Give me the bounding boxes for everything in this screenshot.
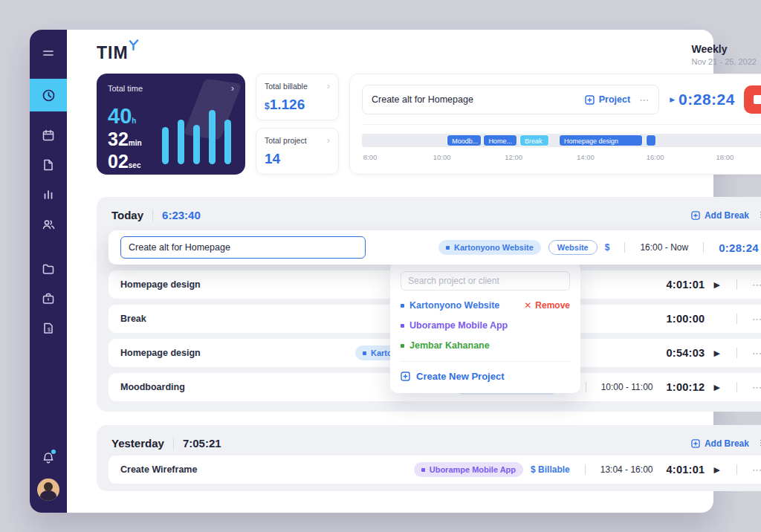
project-pill[interactable]: Uborampe Mobile App (414, 462, 523, 477)
time-bar (178, 120, 184, 164)
close-icon: ✕ (524, 300, 531, 311)
sidebar-item-invoices[interactable]: $ (30, 314, 67, 343)
invoice-icon: $ (42, 322, 55, 335)
time-range: 16:00 - Now (640, 242, 688, 253)
chevron-right-icon[interactable]: › (327, 81, 330, 91)
sidebar-item-calendar[interactable] (30, 120, 67, 150)
timeline-segment[interactable]: Moodb... (447, 134, 481, 146)
total-project-title: Total project (265, 136, 307, 145)
yesterday-total-time: 7:05:21 (183, 437, 221, 450)
project-option[interactable]: Jembar Kahanane (401, 340, 570, 351)
timer-task-text[interactable]: Create alt for Homepage (372, 94, 585, 105)
sidebar-item-reports[interactable] (30, 180, 67, 210)
briefcase-icon (42, 292, 55, 305)
divider (152, 210, 153, 221)
total-project-value: 14 (265, 151, 330, 167)
more-button[interactable]: ⋯ (752, 279, 761, 291)
chevron-right-icon[interactable]: › (327, 135, 330, 145)
menu-icon[interactable] (30, 39, 67, 68)
sidebar-item-documents[interactable] (30, 150, 67, 180)
entry-duration: 4:01:01 (660, 279, 705, 291)
timeline-tick-label: 16:00 (647, 153, 664, 161)
timeline-tick-label: 12:00 (505, 153, 522, 161)
today-section: Today 6:23:40 Add Break Kartonyono (97, 197, 761, 412)
total-billable-title: Total billable (265, 82, 308, 91)
stop-icon (754, 95, 761, 104)
entry-duration: 1:00:00 (660, 313, 705, 325)
more-button[interactable]: ⋯ (752, 314, 761, 325)
sidebar-item-notifications[interactable] (30, 443, 67, 473)
play-button[interactable]: ▶ (712, 465, 721, 475)
divider (362, 124, 761, 125)
timer-card: Create alt for Homepage Project ⋯ ▶ 0:28… (349, 74, 761, 175)
timeline-segment[interactable]: Home... (483, 134, 516, 146)
sidebar-item-timer[interactable] (30, 79, 67, 111)
active-entry-row: Kartonyono Website Website $ 16:00 - Now… (109, 230, 761, 265)
timeline-tick-label: 18:00 (716, 153, 734, 161)
sidebar-item-team[interactable] (30, 210, 67, 239)
more-button[interactable]: ⋯ (752, 382, 761, 393)
timeline-segment[interactable]: Homepage design (559, 134, 643, 146)
total-billable-card[interactable]: Total billable › $1.126 (256, 74, 339, 120)
billable-toggle[interactable]: $ (605, 242, 610, 253)
project-option[interactable]: Kartonyono Website ✕Remove (401, 300, 570, 311)
time-bar (162, 127, 169, 164)
project-search-input[interactable] (401, 271, 570, 291)
tag-pill[interactable]: Website (548, 240, 598, 255)
timer-elapsed: 0:28:24 (679, 91, 735, 108)
notification-dot (51, 450, 56, 454)
total-time-value: 40h 32min 02sec (108, 103, 162, 172)
stop-button[interactable] (744, 85, 761, 114)
create-new-project-button[interactable]: Create New Project (401, 371, 570, 382)
time-range: 13:04 - 16:00 (600, 464, 653, 475)
timeline-segment[interactable] (646, 134, 656, 146)
project-option[interactable]: Uborampe Mobile App (401, 320, 570, 331)
time-range: 10:00 - 11:00 (601, 382, 653, 392)
entry-elapsed: 0:28:24 (719, 241, 759, 254)
more-button[interactable]: ⋯ (752, 348, 761, 359)
timeline-tick-label: 10:00 (433, 153, 451, 161)
app-window: $ TIM Weekly Nov 21 - 25, 2022 (30, 30, 713, 513)
user-avatar[interactable] (37, 479, 59, 501)
logo-text: TIM (97, 43, 129, 63)
divider (173, 438, 174, 450)
app-logo[interactable]: TIM (97, 43, 140, 63)
play-button[interactable]: ▶ (712, 383, 721, 392)
period-range: Nov 21 - 25, 2022 (692, 57, 757, 66)
logo-mark-icon (127, 39, 140, 54)
total-time-title: Total time (108, 84, 143, 93)
time-bar (193, 125, 200, 164)
more-button[interactable]: ⋯ (639, 94, 650, 106)
project-button[interactable]: Project (585, 94, 630, 105)
add-break-button[interactable]: Add Break (691, 210, 749, 221)
chart-icon (42, 188, 55, 201)
add-break-button[interactable]: Add Break (691, 438, 749, 449)
project-pill[interactable]: Kartonyono Website (438, 240, 541, 255)
folder-icon (42, 262, 55, 276)
total-project-card[interactable]: Total project › 14 (256, 128, 339, 175)
sidebar-item-projects[interactable] (30, 254, 67, 284)
timeline-segment[interactable]: Break (519, 134, 549, 146)
play-button[interactable]: ▶ (712, 280, 721, 290)
play-button[interactable]: ▶ (712, 348, 721, 358)
day-timeline[interactable]: Moodb...Home...BreakHomepage design (362, 134, 761, 147)
total-time-card[interactable]: Total time › 40h 32min 02sec (97, 74, 245, 175)
remove-project-button[interactable]: ✕Remove (524, 300, 570, 311)
timer-task-box[interactable]: Create alt for Homepage Project ⋯ (362, 85, 659, 114)
entry-duration: 4:01:01 (660, 464, 705, 476)
task-name-input[interactable] (120, 236, 366, 259)
today-total-time: 6:23:40 (162, 209, 201, 221)
clock-icon (42, 88, 56, 103)
timeline-tick-label: 8:00 (363, 153, 378, 161)
more-button[interactable]: ⋯ (752, 464, 761, 476)
divider (401, 361, 570, 362)
period-selector[interactable]: Weekly Nov 21 - 25, 2022 (692, 43, 761, 66)
sidebar-item-clients[interactable] (30, 284, 67, 314)
sidebar: $ (30, 30, 67, 513)
time-entry-row[interactable]: Create Wireframe Uborampe Mobile App $ B… (109, 455, 761, 484)
billable-toggle[interactable]: $ Billable (531, 464, 570, 475)
time-bar (224, 120, 231, 164)
entry-duration: 0:54:03 (660, 347, 705, 359)
time-bar (209, 110, 216, 164)
yesterday-section: Yesterday 7:05:21 Add Break Create Wiref… (97, 425, 761, 491)
